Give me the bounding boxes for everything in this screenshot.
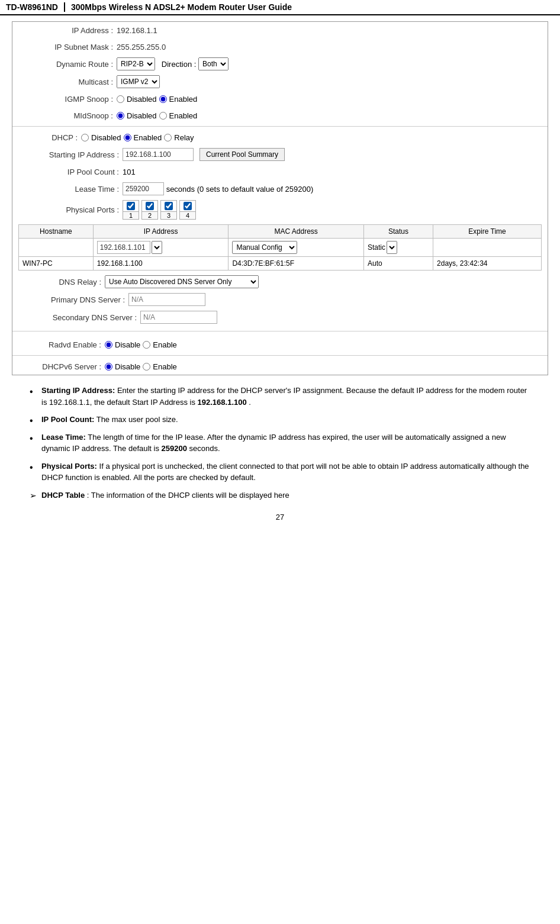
current-pool-summary-button[interactable]: Current Pool Summary	[199, 148, 285, 161]
row1-mac-select[interactable]: Manual Config	[232, 241, 297, 254]
guide-title: 300Mbps Wireless N ADSL2+ Modem Router U…	[71, 2, 292, 12]
port-2-checkbox[interactable]	[146, 202, 154, 210]
dhcp-table-header-mac: MAC Address	[228, 225, 364, 239]
model-name: TD-W8961ND	[6, 2, 65, 12]
igmp-snoop-disabled-radio[interactable]	[117, 95, 124, 103]
dns-relay-select[interactable]: Use Auto Discovered DNS Server Only	[105, 275, 259, 288]
dhcp-radio-group: Disabled Enabled Relay	[81, 133, 194, 142]
ip-subnet-label: IP Subnet Mask :	[18, 43, 113, 51]
igmp-snoop-label: IGMP Snoop :	[18, 95, 113, 104]
dhcpv6-enable-label: Enable	[153, 362, 176, 371]
port-2-box: 2	[141, 200, 158, 220]
dhcp-enabled-label: Enabled	[134, 133, 162, 142]
dynamic-route-row: Dynamic Route : RIP2-B Direction : Both	[12, 55, 548, 73]
dhcp-disabled-radio[interactable]	[81, 134, 89, 141]
dhcpv6-radio-group: Disable Enable	[105, 362, 177, 371]
port-1-label: 1	[123, 211, 139, 219]
secondary-dns-input[interactable]	[140, 311, 217, 324]
midsnoop-enabled-radio[interactable]	[159, 112, 167, 120]
port-1-checkbox[interactable]	[127, 202, 135, 210]
primary-dns-row: Primary DNS Server :	[12, 291, 548, 308]
dns-relay-row: DNS Relay : Use Auto Discovered DNS Serv…	[12, 273, 548, 291]
lease-time-unit: seconds	[166, 185, 195, 194]
dhcp-disabled-label: Disabled	[91, 133, 121, 142]
igmp-snoop-radio-group: Disabled Enabled	[117, 95, 197, 104]
dhcp-table: Hostname IP Address MAC Address Status E…	[18, 224, 542, 271]
radvd-enable-radio[interactable]	[143, 341, 150, 349]
port-2-label: 2	[142, 211, 157, 219]
bullet-starting-ip-text: Enter the starting IP address for the DH…	[41, 386, 527, 407]
table-row-1: ▾ Manual Config Static	[19, 239, 542, 257]
lease-time-note: (0 sets to default value of 259200)	[197, 185, 314, 194]
bullet-dhcp-table-text: : The information of the DHCP clients wi…	[87, 491, 289, 500]
port-3-checkbox[interactable]	[165, 202, 173, 210]
bullet-lease-time-text: The length of time for the IP lease. Aft…	[41, 433, 506, 453]
physical-ports-row: Physical Ports : 1 2 3 4	[12, 198, 548, 222]
bullet-lease-time-bold: Lease Time:	[41, 433, 86, 442]
dhcpv6-enable-radio[interactable]	[143, 363, 150, 371]
description-list: Starting IP Address: Enter the starting …	[30, 385, 530, 501]
dhcp-table-container: Hostname IP Address MAC Address Status E…	[12, 222, 548, 273]
primary-dns-label: Primary DNS Server :	[18, 295, 125, 304]
radvd-disable-radio[interactable]	[105, 341, 112, 349]
row1-ip-container: ▾	[97, 241, 225, 254]
port-4-box: 4	[179, 200, 196, 220]
radvd-label: Radvd Enable :	[18, 340, 101, 349]
ip-pool-count-label: IP Pool Count :	[18, 168, 119, 176]
row1-status-select[interactable]: ▾	[387, 241, 397, 254]
bullet-physical-ports-bold: Physical Ports:	[41, 462, 97, 471]
ports-container: 1 2 3 4	[123, 200, 196, 220]
lease-time-row: Lease Time : seconds (0 sets to default …	[12, 180, 548, 198]
row1-status-cell: Static ▾	[363, 239, 433, 257]
midsnoop-enabled-label: Enabled	[169, 111, 198, 120]
dhcpv6-disable-label: Disable	[115, 362, 140, 371]
radvd-enable-label: Enable	[153, 340, 176, 349]
igmp-snoop-enabled-radio[interactable]	[159, 95, 167, 103]
port-4-checkbox[interactable]	[184, 202, 192, 210]
row2-ip: 192.168.1.100	[93, 257, 228, 271]
direction-label: Direction :	[162, 60, 197, 69]
igmp-snoop-disabled-label: Disabled	[127, 95, 157, 104]
midsnoop-row: MIdSnoop : Disabled Enabled	[12, 107, 548, 124]
row2-expire: 2days, 23:42:34	[433, 257, 542, 271]
row1-ip-input[interactable]	[97, 241, 150, 254]
dhcp-table-header-status: Status	[363, 225, 433, 239]
port-4-label: 4	[180, 211, 195, 219]
dynamic-route-select[interactable]: RIP2-B	[117, 57, 155, 70]
midsnoop-disabled-radio[interactable]	[117, 112, 124, 120]
starting-ip-label: Starting IP Address :	[18, 150, 119, 159]
bullet-starting-ip-value: 192.168.1.100	[198, 398, 247, 407]
starting-ip-input[interactable]	[123, 148, 194, 161]
bullet-ip-pool-text: The max user pool size.	[96, 415, 178, 424]
dns-relay-label: DNS Relay :	[18, 278, 101, 286]
dhcp-enabled-radio[interactable]	[124, 134, 131, 141]
midsnoop-label: MIdSnoop :	[18, 111, 113, 120]
ip-address-row: IP Address : 192.168.1.1	[12, 22, 548, 38]
row1-ip-select[interactable]: ▾	[152, 241, 162, 254]
dhcpv6-disable-radio[interactable]	[105, 363, 112, 371]
bullet-starting-ip: Starting IP Address: Enter the starting …	[30, 385, 530, 408]
direction-select[interactable]: Both	[198, 57, 228, 70]
config-box: IP Address : 192.168.1.1 IP Subnet Mask …	[12, 21, 548, 375]
lease-time-input[interactable]	[123, 182, 164, 195]
dhcp-table-header-ip: IP Address	[93, 225, 228, 239]
primary-dns-input[interactable]	[128, 293, 205, 306]
dhcp-row: DHCP : Disabled Enabled Relay	[12, 129, 548, 146]
bullet-ip-pool-count: IP Pool Count: The max user pool size.	[30, 414, 530, 426]
lease-time-label: Lease Time :	[18, 185, 119, 194]
ip-pool-count-row: IP Pool Count : 101	[12, 163, 548, 180]
row1-ip-cell: ▾	[93, 239, 228, 257]
dhcp-table-header-expire: Expire Time	[433, 225, 542, 239]
bullet-starting-ip-bold: Starting IP Address:	[41, 386, 115, 395]
igmp-snoop-enabled-label: Enabled	[169, 95, 198, 104]
ip-pool-count-value: 101	[123, 168, 136, 176]
dhcp-relay-label: Relay	[174, 133, 194, 142]
bullet-dhcp-table: DHCP Table : The information of the DHCP…	[30, 490, 530, 501]
dhcpv6-label: DHCPv6 Server :	[18, 362, 101, 371]
midsnoop-radio-group: Disabled Enabled	[117, 111, 197, 120]
multicast-select[interactable]: IGMP v2	[117, 75, 160, 88]
dhcp-relay-radio[interactable]	[164, 134, 172, 141]
row1-status-value: Static	[368, 243, 385, 252]
port-1-box: 1	[123, 200, 139, 220]
starting-ip-row: Starting IP Address : Current Pool Summa…	[12, 146, 548, 163]
